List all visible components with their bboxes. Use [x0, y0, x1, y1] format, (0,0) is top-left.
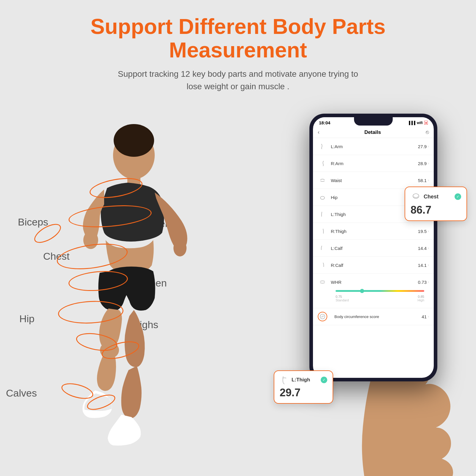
subtitle-line1: Support tracking 12 key body parts and m… [30, 68, 446, 80]
header-subtitle: Support tracking 12 key body parts and m… [30, 68, 446, 93]
whr-value-right: 0.85 [418, 295, 424, 298]
lthigh-tooltip-check: ✓ [321, 377, 327, 383]
share-button[interactable]: ⎋ [426, 129, 429, 135]
waist-icon [318, 176, 327, 185]
larm-chevron: › [428, 144, 429, 148]
lthigh-tooltip-value: 29.7 [280, 386, 327, 399]
lcalf-value: 14.4 [418, 246, 427, 251]
back-button[interactable]: ‹ [318, 129, 320, 135]
waist-value: 58.1 [418, 178, 427, 183]
lthigh-tooltip-header: L:Thigh ✓ [280, 375, 327, 385]
rarm-value: 28.9 [418, 161, 427, 166]
subtitle-line2: lose weight or gain muscle . [30, 80, 446, 93]
app-screen-title: Details [364, 129, 381, 135]
score-chevron: › [428, 314, 429, 319]
larm-label: L:Arm [331, 144, 418, 149]
rarm-chevron: › [428, 161, 429, 165]
score-label: Body circumference score [334, 314, 422, 319]
lcalf-chevron: › [428, 246, 429, 250]
main-content: Biceps Neck Shoulders Chest Abdomen Hip … [0, 99, 476, 476]
measure-row-larm: L:Arm 27.9 › [313, 138, 434, 155]
whr-value-left: 0.75 [336, 295, 342, 298]
rcalf-chevron: › [428, 263, 429, 267]
chest-tooltip-icon-name: Chest [411, 191, 439, 202]
phone-notch [354, 117, 393, 126]
whr-label: WHR [331, 280, 418, 285]
larm-value: 27.9 [418, 144, 427, 149]
wifi-icon: wifi [417, 121, 423, 125]
chest-tooltip-value: 86.7 [411, 204, 461, 216]
svg-point-4 [173, 240, 187, 256]
chest-tooltip-header: Chest ✓ [411, 191, 461, 202]
measurements-list: L:Arm 27.9 › R:Arm 28.9 › [313, 138, 434, 378]
chest-tooltip-check: ✓ [455, 193, 461, 200]
whr-value: 0.73 [418, 280, 427, 285]
status-icons: ▐▐▐ wifi ■ [408, 121, 428, 125]
rcalf-value: 14.1 [418, 263, 427, 268]
chest-tooltip-label: Chest [424, 194, 439, 200]
larm-icon [318, 142, 327, 151]
phone-mockup-container: 18:04 ▐▐▐ wifi ■ ‹ Details ⎋ [286, 114, 470, 471]
svg-point-6 [320, 196, 325, 199]
signal-icon: ▐▐▐ [408, 121, 415, 125]
whr-label-high: High [417, 298, 424, 302]
chest-body-icon [411, 191, 421, 202]
measure-row-rarm: R:Arm 28.9 › [313, 155, 434, 172]
page-title: Support Different Body Parts Measurement [30, 15, 446, 62]
hip-icon [318, 192, 327, 202]
lthigh-tooltip: L:Thigh ✓ 29.7 [274, 370, 333, 404]
rthigh-label: R:Thigh [331, 229, 418, 234]
lcalf-label: L:Calf [331, 246, 418, 251]
header-section: Support Different Body Parts Measurement… [0, 0, 476, 99]
measure-row-rcalf: R:Calf 14.1 › [313, 257, 434, 274]
measure-row-lcalf: L:Calf 14.4 › [313, 240, 434, 257]
phone-screen: 18:04 ▐▐▐ wifi ■ ‹ Details ⎋ [313, 117, 434, 378]
rthigh-icon [318, 226, 327, 236]
app-nav-header: ‹ Details ⎋ [313, 127, 434, 138]
lcalf-icon [318, 243, 327, 253]
person-illustration [24, 105, 217, 476]
whr-chevron: › [428, 280, 429, 284]
status-time: 18:04 [319, 120, 330, 125]
chest-tooltip: Chest ✓ 86.7 [405, 187, 467, 221]
rcalf-label: R:Calf [331, 263, 418, 268]
battery-icon: ■ [424, 121, 428, 125]
rthigh-value: 19.5 [418, 229, 427, 234]
rcalf-icon [318, 260, 327, 270]
rthigh-chevron: › [428, 229, 429, 233]
lthigh-body-icon [280, 375, 289, 385]
rarm-label: R:Arm [331, 161, 418, 166]
waist-label: Waist [331, 178, 418, 183]
lthigh-tooltip-icon-name: L:Thigh [280, 375, 310, 385]
score-icon [318, 312, 327, 321]
rarm-icon [318, 159, 327, 168]
whr-icon [318, 277, 327, 287]
lthigh-icon [318, 209, 327, 219]
phone-device: 18:04 ▐▐▐ wifi ■ ‹ Details ⎋ [309, 114, 437, 381]
whr-label-standard: Standard [336, 298, 349, 302]
measure-row-rthigh: R:Thigh 19.5 › [313, 223, 434, 240]
waist-chevron: › [428, 178, 429, 182]
measure-row-whr: WHR 0.73 › 0.75 0.85 [313, 274, 434, 308]
score-value: 41 [422, 314, 427, 319]
lthigh-tooltip-label: L:Thigh [292, 377, 310, 383]
measure-row-score: Body circumference score 41 › [313, 308, 434, 325]
